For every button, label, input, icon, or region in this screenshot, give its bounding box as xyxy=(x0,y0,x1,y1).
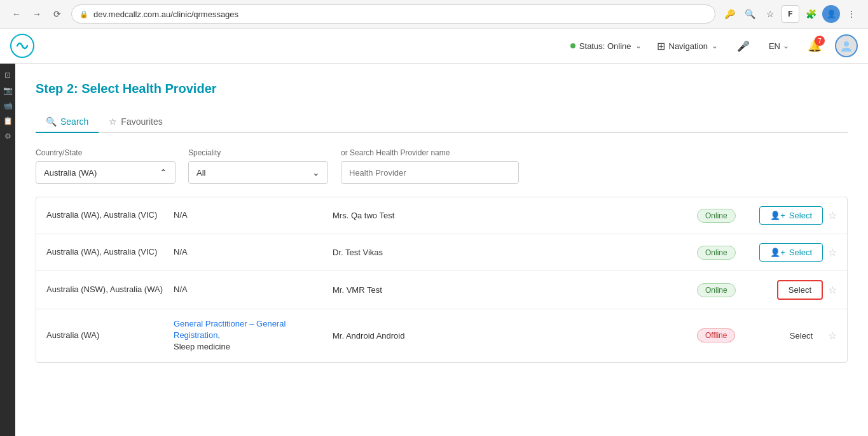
language-label: EN xyxy=(769,41,780,51)
browser-ext-1[interactable]: F xyxy=(782,5,799,23)
select-button-highlighted[interactable]: Select xyxy=(777,280,823,300)
provider-actions: 👤+ Select ☆ xyxy=(761,206,837,225)
select-button[interactable]: 👤+ Select xyxy=(759,243,823,262)
table-row: Australia (WA) General Practitioner – Ge… xyxy=(36,309,847,362)
select-button-label: Select xyxy=(789,285,811,295)
status-indicator[interactable]: Status: Online ⌄ xyxy=(570,41,642,51)
browser-back-button[interactable]: ← xyxy=(8,5,25,23)
filters-row: Country/State Australia (WA) ⌃ Specialit… xyxy=(36,148,848,184)
provider-actions: 👤+ Select ☆ xyxy=(761,243,837,262)
browser-menu-button[interactable]: ⋮ xyxy=(843,5,860,23)
url-security-icon: 🔒 xyxy=(79,10,88,18)
specialty-filter-label: Speciality xyxy=(188,148,328,157)
provider-name-filter-group: or Search Health Provider name xyxy=(341,148,519,184)
sidebar-tool-settings[interactable]: ⚙ xyxy=(1,130,14,143)
provider-list: Australia (WA), Australia (VIC) N/A Mrs.… xyxy=(36,197,848,363)
notification-badge: 7 xyxy=(815,36,825,46)
tab-search[interactable]: 🔍 Search xyxy=(36,111,99,133)
provider-actions: Select ☆ xyxy=(761,280,837,300)
provider-name: Dr. Test Vikas xyxy=(333,248,697,257)
browser-action-buttons: 🔑 🔍 ☆ F 🧩 👤 ⋮ xyxy=(720,5,860,23)
provider-specialty: N/A xyxy=(174,209,333,221)
specialty-select[interactable]: All ⌄ xyxy=(188,161,328,184)
provider-location: Australia (WA) xyxy=(46,330,174,341)
sidebar-tool-grid[interactable]: ⊡ xyxy=(1,69,14,81)
tab-bar: 🔍 Search ☆ Favourites xyxy=(36,111,848,133)
status-label: Status: Online xyxy=(579,41,631,51)
browser-nav-buttons: ← → ⟳ xyxy=(8,5,66,23)
provider-name-input[interactable] xyxy=(341,161,519,184)
status-badge: Online xyxy=(697,283,736,297)
provider-name-filter-label: or Search Health Provider name xyxy=(341,148,519,157)
provider-specialty: N/A xyxy=(174,284,333,295)
specialty-gp-link[interactable]: General Practitioner – General Registrat… xyxy=(174,319,286,340)
nav-grid-icon: ⊞ xyxy=(657,40,665,52)
status-badge: Offline xyxy=(697,328,735,342)
provider-name: Mrs. Qa two Test xyxy=(333,211,697,220)
favourite-button[interactable]: ☆ xyxy=(828,284,837,296)
favourite-button[interactable]: ☆ xyxy=(828,330,837,342)
navigation-label: Navigation xyxy=(669,41,708,51)
main-content: Step 2: Select Health Provider 🔍 Search … xyxy=(15,64,868,436)
status-badge: Online xyxy=(697,209,736,223)
browser-chrome: ← → ⟳ 🔒 dev.medcallz.com.au/clinic/qrmes… xyxy=(0,0,868,29)
url-text: dev.medcallz.com.au/clinic/qrmessages xyxy=(93,10,238,19)
browser-zoom-button[interactable]: 🔍 xyxy=(741,5,759,23)
browser-forward-button[interactable]: → xyxy=(28,5,46,23)
browser-password-button[interactable]: 🔑 xyxy=(720,5,738,23)
browser-url-bar[interactable]: 🔒 dev.medcallz.com.au/clinic/qrmessages xyxy=(71,4,715,24)
sidebar-tool-camera[interactable]: 📷 xyxy=(1,84,14,97)
select-user-icon: 👤+ xyxy=(770,211,785,220)
user-avatar[interactable] xyxy=(835,34,858,57)
app-logo xyxy=(10,34,34,58)
table-row: Australia (NSW), Australia (WA) N/A Mr. … xyxy=(36,271,847,309)
country-select[interactable]: Australia (WA) ⌃ xyxy=(36,161,176,184)
select-user-icon: 👤+ xyxy=(770,248,785,257)
sidebar-tool-video[interactable]: 📹 xyxy=(1,99,14,112)
provider-status: Online xyxy=(697,283,761,297)
favourite-button[interactable]: ☆ xyxy=(828,209,837,222)
provider-location: Australia (WA), Australia (VIC) xyxy=(46,246,174,258)
provider-name: Mr. Android Android xyxy=(333,331,697,341)
tab-favourites[interactable]: ☆ Favourites xyxy=(99,111,172,133)
svg-point-0 xyxy=(844,41,849,46)
status-chevron-icon: ⌄ xyxy=(635,41,642,50)
sidebar-tool-clipboard[interactable]: 📋 xyxy=(1,115,14,127)
specialty-select-value: All xyxy=(196,168,205,178)
specialty-select-arrow-icon: ⌄ xyxy=(312,167,320,178)
select-button[interactable]: 👤+ Select xyxy=(759,206,823,225)
select-button-label: Select xyxy=(789,211,812,220)
favourite-button[interactable]: ☆ xyxy=(828,246,837,258)
provider-status: Offline xyxy=(697,328,761,342)
table-row: Australia (WA), Australia (VIC) N/A Dr. … xyxy=(36,234,847,271)
language-button[interactable]: EN ⌄ xyxy=(764,39,794,53)
provider-name: Mr. VMR Test xyxy=(333,285,697,295)
select-button[interactable]: Select xyxy=(780,327,823,344)
main-layout: ⊡ 📷 📹 📋 ⚙ Step 2: Select Health Provider… xyxy=(0,64,868,436)
status-badge: Online xyxy=(697,246,736,260)
country-select-value: Australia (WA) xyxy=(44,168,97,178)
provider-location: Australia (NSW), Australia (WA) xyxy=(46,284,174,295)
provider-location: Australia (WA), Australia (VIC) xyxy=(46,209,174,221)
navigation-button[interactable]: ⊞ Navigation ⌄ xyxy=(652,38,723,55)
page-title: Step 2: Select Health Provider xyxy=(36,81,848,96)
navigation-chevron-icon: ⌄ xyxy=(712,41,718,50)
notification-button[interactable]: 🔔 7 xyxy=(804,36,825,56)
provider-specialty: General Practitioner – General Registrat… xyxy=(174,318,333,353)
provider-specialty: N/A xyxy=(174,246,333,258)
specialty-extra: Sleep medicine xyxy=(174,342,230,351)
browser-bookmark-button[interactable]: ☆ xyxy=(761,5,779,23)
select-button-label: Select xyxy=(789,248,812,257)
microphone-button[interactable]: 🎤 xyxy=(733,36,754,56)
specialty-filter-group: Speciality All ⌄ xyxy=(188,148,328,184)
app-header: Status: Online ⌄ ⊞ Navigation ⌄ 🎤 EN ⌄ 🔔… xyxy=(0,29,868,64)
browser-reload-button[interactable]: ⟳ xyxy=(48,5,66,23)
browser-ext-2[interactable]: 🧩 xyxy=(802,5,820,23)
provider-actions: Select ☆ xyxy=(761,327,837,344)
provider-status: Online xyxy=(697,246,761,260)
favourites-tab-icon: ☆ xyxy=(109,116,117,127)
table-row: Australia (WA), Australia (VIC) N/A Mrs.… xyxy=(36,197,847,234)
select-button-label: Select xyxy=(790,331,813,341)
language-chevron-icon: ⌄ xyxy=(783,41,789,50)
browser-profile-button[interactable]: 👤 xyxy=(822,5,840,23)
